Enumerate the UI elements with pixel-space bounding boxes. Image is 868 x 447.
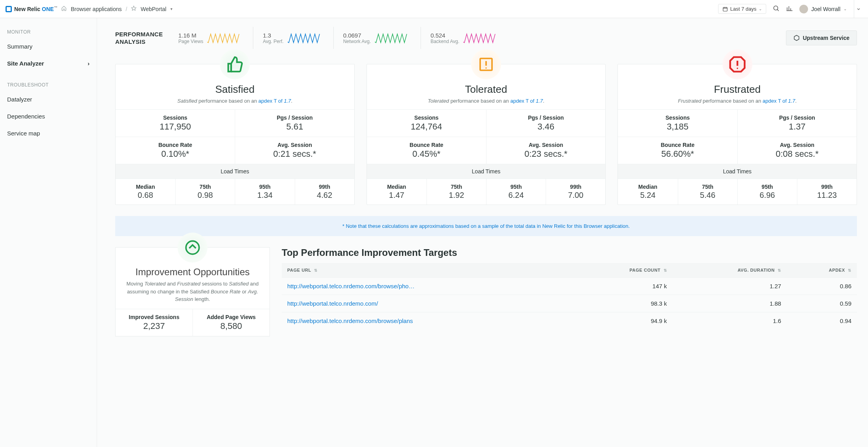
bottom-row: Improvement Opportunities Moving Tolerat… xyxy=(115,247,857,336)
time-label: Last 7 days xyxy=(730,6,757,12)
improvement-targets: Top Performance Improvement Targets PAGE… xyxy=(282,247,857,336)
bounce-value: 56.60%* xyxy=(620,149,735,159)
kpi-backend-avg-[interactable]: 0.524Backend Avg. xyxy=(421,27,497,49)
lt-label: 95th xyxy=(740,184,795,190)
pgs-value: 3.46 xyxy=(489,122,603,132)
target-duration: 1.27 xyxy=(672,278,787,295)
thumbs-up-icon xyxy=(226,56,243,73)
avgsession-label: Avg. Session xyxy=(238,142,352,148)
logo[interactable]: New Relic ONE™ xyxy=(6,6,57,12)
header-tools: Last 7 days ⌄ Joel Worrall ⌄ xyxy=(718,4,847,14)
entity-chevron-icon[interactable]: ▾ xyxy=(170,7,172,11)
col-count[interactable]: PAGE COUNT ⇅ xyxy=(571,263,672,278)
panel-expand-chevron-icon[interactable] xyxy=(854,0,862,18)
card-satisfied: Satisfied Satisfied performance based on… xyxy=(115,64,355,205)
bounce-value: 0.45%* xyxy=(369,149,484,159)
loadtimes-heading: Load Times xyxy=(367,164,606,178)
home-icon[interactable] xyxy=(61,6,67,12)
lt-label: 75th xyxy=(681,184,735,190)
target-url-link[interactable]: http://webportal.telco.nrdemo.com/ xyxy=(287,300,378,307)
pgs-value: 5.61 xyxy=(238,122,352,132)
lt-label: 99th xyxy=(800,184,854,190)
lt-value: 6.96 xyxy=(740,191,795,200)
improvement-title: Improvement Opportunities xyxy=(116,267,269,278)
kpi-label: Backend Avg. xyxy=(430,39,459,44)
logo-text: New Relic ONE™ xyxy=(14,6,57,12)
kpi-label: Network Avg. xyxy=(343,39,371,44)
added-pageviews-label: Added Page Views xyxy=(195,314,267,320)
card-subtitle: Tolerated performance based on an apdex … xyxy=(372,98,600,104)
sessions-value: 124,764 xyxy=(369,122,484,132)
table-row[interactable]: http://webportal.telco.nrdemo.com/ 98.3 … xyxy=(282,295,857,312)
pgs-value: 1.37 xyxy=(740,122,854,132)
upstream-service-button[interactable]: Upstream Service xyxy=(786,30,857,45)
sidebar-item-site-analyzer[interactable]: Site Analyzer› xyxy=(0,55,97,72)
avgsession-value: 0:08 secs.* xyxy=(740,149,854,159)
target-count: 98.3 k xyxy=(571,295,672,312)
lt-value: 6.24 xyxy=(489,191,543,200)
improvement-icon-halo xyxy=(178,233,208,263)
performance-cards: Satisfied Satisfied performance based on… xyxy=(115,64,857,205)
lt-value: 5.24 xyxy=(620,191,675,200)
sidebar-item-dependencies[interactable]: Dependencies xyxy=(0,108,97,125)
user-menu[interactable]: Joel Worrall ⌄ xyxy=(799,5,847,13)
table-row[interactable]: http://webportal.telco.nrdemo.com/browse… xyxy=(282,312,857,330)
lt-value: 0.98 xyxy=(178,191,232,200)
star-icon[interactable] xyxy=(131,6,137,12)
chart-builder-icon[interactable] xyxy=(786,5,793,13)
card-subtitle: Frustrated performance based on an apdex… xyxy=(623,98,851,104)
lt-value: 4.62 xyxy=(297,191,352,200)
kpi-title: PERFORMANCE ANALYSIS xyxy=(115,30,166,46)
time-picker[interactable]: Last 7 days ⌄ xyxy=(718,4,767,14)
svg-rect-1 xyxy=(723,7,728,11)
warning-square-icon xyxy=(478,56,494,72)
target-count: 147 k xyxy=(571,278,672,295)
target-apdex: 0.59 xyxy=(787,295,857,312)
targets-title: Top Performance Improvement Targets xyxy=(282,247,857,258)
approximation-note: * Note that these calculations are appro… xyxy=(115,216,857,236)
card-icon-halo xyxy=(471,49,501,79)
apdex-link[interactable]: apdex T of 1.7 xyxy=(258,98,291,104)
lt-label: 75th xyxy=(178,184,232,190)
target-duration: 1.88 xyxy=(672,295,787,312)
col-url[interactable]: PAGE URL ⇅ xyxy=(282,263,571,278)
entity-name[interactable]: WebPortal xyxy=(140,6,166,12)
sessions-value: 3,185 xyxy=(620,122,735,132)
improvement-card: Improvement Opportunities Moving Tolerat… xyxy=(115,247,270,336)
main-content: PERFORMANCE ANALYSIS 1.16 MPage Views1.3… xyxy=(97,18,868,447)
apdex-link[interactable]: apdex T of 1.7 xyxy=(763,98,795,104)
card-title: Frustrated xyxy=(618,83,857,96)
sidebar-item-label: Site Analyzer xyxy=(7,60,44,67)
kpi-page-views[interactable]: 1.16 MPage Views xyxy=(178,27,241,49)
sidebar-heading: TROUBLESHOOT xyxy=(0,81,97,91)
hexagon-icon xyxy=(793,35,800,41)
avgsession-value: 0:23 secs.* xyxy=(489,149,603,159)
loadtimes-heading: Load Times xyxy=(618,164,857,178)
loadtimes-heading: Load Times xyxy=(116,164,354,178)
apdex-link[interactable]: apdex T of 1.7 xyxy=(510,98,543,104)
target-url-link[interactable]: http://webportal.telco.nrdemo.com/browse… xyxy=(287,317,413,324)
chevron-down-icon: ⌄ xyxy=(759,7,762,11)
sidebar-item-datalyzer[interactable]: Datalyzer xyxy=(0,91,97,108)
table-row[interactable]: http://webportal.telco.nrdemo.com/browse… xyxy=(282,278,857,295)
sparkline-chart xyxy=(375,31,409,45)
target-url-link[interactable]: http://webportal.telco.nrdemo.com/browse… xyxy=(287,283,415,289)
lt-label: Median xyxy=(118,184,173,190)
svg-point-5 xyxy=(485,68,486,69)
col-duration[interactable]: AVG. DURATION ⇅ xyxy=(672,263,787,278)
sidebar-item-service-map[interactable]: Service map xyxy=(0,125,97,142)
improved-sessions-label: Improved Sessions xyxy=(118,314,190,320)
sidebar-item-summary[interactable]: Summary xyxy=(0,38,97,55)
breadcrumb-root[interactable]: Browser applications xyxy=(71,6,122,12)
search-icon[interactable] xyxy=(773,5,780,13)
kpi-avg-perf-[interactable]: 1.3Avg. Perf. xyxy=(253,27,321,49)
sidebar-item-label: Summary xyxy=(7,43,32,50)
avgsession-label: Avg. Session xyxy=(740,142,854,148)
col-apdex[interactable]: APDEX ⇅ xyxy=(787,263,857,278)
sidebar-item-label: Service map xyxy=(7,130,40,137)
kpi-network-avg-[interactable]: 0.0697Network Avg. xyxy=(333,27,409,49)
improved-sessions-value: 2,237 xyxy=(118,321,190,331)
target-duration: 1.6 xyxy=(672,312,787,330)
kpi-value: 0.524 xyxy=(430,32,459,39)
card-title: Satisfied xyxy=(116,83,354,96)
